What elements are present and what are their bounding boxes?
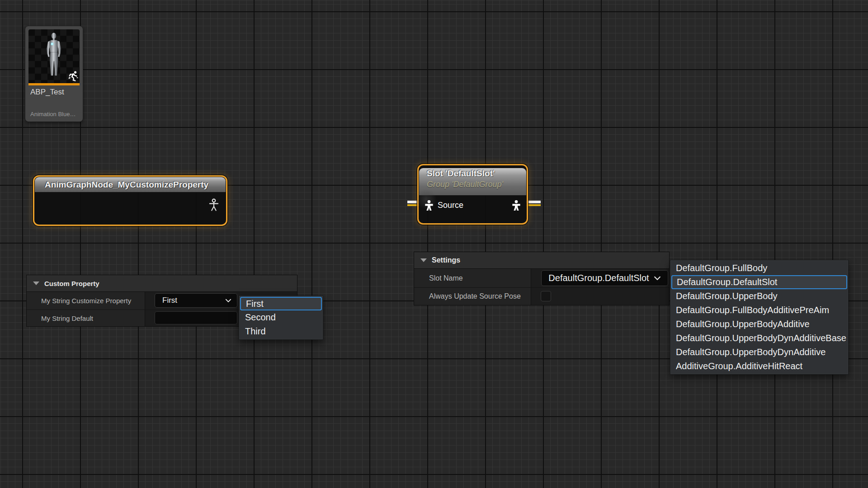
chevron-down-icon xyxy=(654,276,661,280)
asset-title: ABP_Test xyxy=(30,88,64,97)
asset-tile-abp-test[interactable]: ABP_Test Animation Blue… xyxy=(25,26,83,122)
node-header[interactable]: Slot 'DefaultSlot' Group 'DefaultGroup' xyxy=(419,168,526,196)
animation-blueprint-badge-icon xyxy=(67,70,79,82)
collapse-triangle-icon xyxy=(33,282,39,285)
node-header[interactable]: AnimGraphNode_MyCustomizeProperty xyxy=(35,177,226,192)
mannequin-figure xyxy=(39,31,68,82)
section-title: Settings xyxy=(432,256,460,264)
graph-canvas[interactable]: ABP_Test Animation Blue… AnimGraphNode_M… xyxy=(0,0,868,488)
settings-panel: Settings Slot Name DefaultGroup.DefaultS… xyxy=(414,252,670,305)
source-pose-pin[interactable]: Source xyxy=(425,200,463,211)
pose-solid-icon xyxy=(425,200,434,211)
slot-option[interactable]: DefaultGroup.FullBodyAdditivePreAim xyxy=(670,303,848,317)
pose-outline-icon xyxy=(208,198,219,211)
enum-option-second[interactable]: Second xyxy=(239,310,323,324)
slot-option[interactable]: DefaultGroup.FullBody xyxy=(670,261,848,275)
anim-graph-custom-node[interactable]: AnimGraphNode_MyCustomizeProperty xyxy=(33,175,227,226)
output-highlight-wire xyxy=(526,204,541,206)
slot-option[interactable]: DefaultGroup.UpperBodyDynAdditive xyxy=(670,345,848,359)
dropdown-current-value: DefaultGroup.DefaultSlot xyxy=(548,273,649,283)
slot-node[interactable]: Slot 'DefaultSlot' Group 'DefaultGroup' … xyxy=(417,164,528,225)
property-label: My String Customize Property xyxy=(27,292,145,310)
section-title: Custom Property xyxy=(44,280,99,287)
slot-option-selected[interactable]: DefaultGroup.DefaultSlot xyxy=(671,275,847,289)
dropdown-current-value: First xyxy=(162,296,177,305)
property-label: Always Update Source Pose xyxy=(414,288,531,305)
slot-option[interactable]: DefaultGroup.UpperBodyDynAdditiveBase xyxy=(670,331,848,345)
enum-dropdown-popup: First Second Third xyxy=(239,296,323,340)
node-title: AnimGraphNode_MyCustomizeProperty xyxy=(45,180,208,189)
property-row: Slot Name DefaultGroup.DefaultSlot xyxy=(414,269,669,288)
chevron-down-icon xyxy=(225,299,231,302)
property-label: Slot Name xyxy=(414,269,531,287)
output-pose-pin[interactable] xyxy=(512,200,521,211)
slot-option[interactable]: AdditiveGroup.AdditiveHitReact xyxy=(670,359,848,373)
asset-type-accent-bar xyxy=(28,83,80,85)
output-pose-pin[interactable] xyxy=(208,198,219,213)
slot-option[interactable]: DefaultGroup.UpperBody xyxy=(670,289,848,303)
slot-option[interactable]: DefaultGroup.UpperBodyAdditive xyxy=(670,317,848,331)
slot-name-dropdown-popup: DefaultGroup.FullBody DefaultGroup.Defau… xyxy=(670,260,849,375)
source-pin-label: Source xyxy=(438,201,463,210)
custom-property-section-header[interactable]: Custom Property xyxy=(27,275,297,292)
asset-type-label: Animation Blue… xyxy=(30,111,75,117)
my-string-customize-property-dropdown[interactable]: First xyxy=(155,293,237,308)
property-label: My String Default xyxy=(27,310,145,326)
pose-solid-icon xyxy=(512,200,521,211)
my-string-default-input[interactable] xyxy=(155,311,237,324)
slot-name-dropdown[interactable]: DefaultGroup.DefaultSlot xyxy=(541,270,668,286)
output-pose-wire xyxy=(526,201,541,203)
property-row: Always Update Source Pose xyxy=(414,288,669,305)
enum-option-first[interactable]: First xyxy=(240,297,322,310)
node-title: Slot 'DefaultSlot' xyxy=(427,168,526,179)
asset-thumbnail xyxy=(28,29,80,83)
collapse-triangle-icon xyxy=(420,258,427,262)
enum-option-third[interactable]: Third xyxy=(239,324,323,338)
always-update-source-pose-checkbox[interactable] xyxy=(541,291,551,301)
settings-section-header[interactable]: Settings xyxy=(414,252,669,269)
node-subtitle: Group 'DefaultGroup' xyxy=(427,179,526,190)
